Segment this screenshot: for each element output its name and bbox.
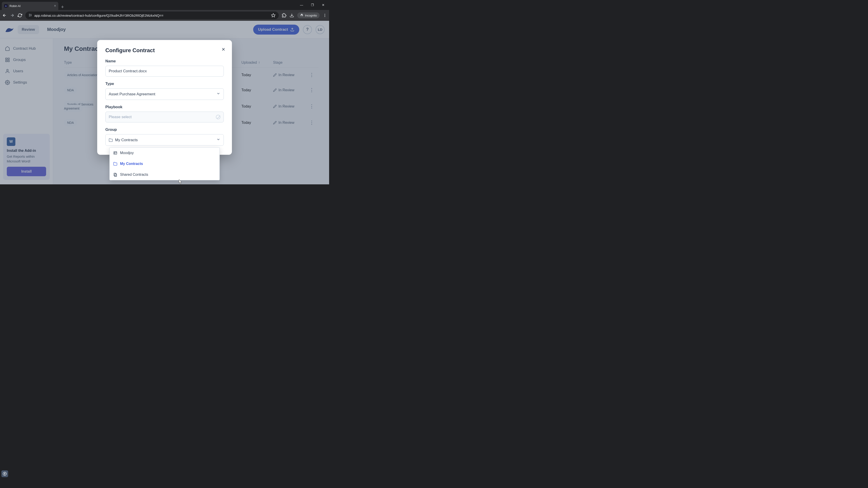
folder-icon xyxy=(113,162,117,166)
group-dropdown: MoodjoyMy ContractsShared Contracts xyxy=(110,147,220,180)
reload-icon[interactable] xyxy=(18,13,22,18)
svg-point-8 xyxy=(324,15,325,16)
disabled-icon xyxy=(216,115,220,119)
group-select[interactable]: My Contracts xyxy=(105,134,224,146)
back-icon[interactable] xyxy=(2,13,7,18)
type-label: Type xyxy=(105,82,224,86)
svg-point-7 xyxy=(324,14,325,14)
url-input[interactable]: app.robinai.co.uk/review/contract-hub/co… xyxy=(25,11,279,19)
svg-point-17 xyxy=(114,152,115,153)
playbook-select: Please select xyxy=(105,111,224,123)
url-text: app.robinai.co.uk/review/contract-hub/co… xyxy=(34,13,163,18)
new-tab-button[interactable]: + xyxy=(58,4,67,10)
browser-menu-icon[interactable] xyxy=(323,13,327,18)
forward-icon[interactable] xyxy=(10,13,14,18)
folder-icon xyxy=(109,138,113,142)
group-option[interactable]: My Contracts xyxy=(110,158,219,169)
svg-point-9 xyxy=(324,16,325,17)
chevron-down-icon xyxy=(216,92,220,97)
modal-title: Configure Contract xyxy=(105,47,224,54)
maximize-icon[interactable]: ❐ xyxy=(309,3,315,7)
site-settings-icon[interactable] xyxy=(29,13,32,18)
svg-point-4 xyxy=(29,15,30,16)
close-window-icon[interactable]: ✕ xyxy=(320,3,327,7)
svg-marker-6 xyxy=(272,13,275,17)
group-label: Group xyxy=(105,127,224,132)
bookmark-star-icon[interactable] xyxy=(271,13,276,18)
incognito-label: Incognito xyxy=(305,14,317,17)
close-icon[interactable]: × xyxy=(222,46,225,53)
playbook-label: Playbook xyxy=(105,105,224,109)
minimize-icon[interactable]: — xyxy=(298,3,305,7)
app-root: Review Moodjoy Upload Contract ? LD Cont… xyxy=(0,21,329,184)
group-option[interactable]: Moodjoy xyxy=(110,148,219,158)
name-label: Name xyxy=(105,59,224,64)
browser-tab-strip: Robin AI × + — ❐ ✕ xyxy=(0,0,329,10)
incognito-icon xyxy=(300,13,304,17)
type-value: Asset Purchase Agreement xyxy=(109,92,155,96)
svg-rect-18 xyxy=(114,173,116,176)
svg-rect-19 xyxy=(115,174,117,176)
chevron-down-icon xyxy=(216,137,220,142)
svg-point-2 xyxy=(31,15,32,15)
group-value: My Contracts xyxy=(115,138,138,142)
downloads-icon[interactable] xyxy=(289,13,294,18)
type-select[interactable]: Asset Purchase Agreement xyxy=(105,88,224,100)
contact-icon xyxy=(113,151,117,155)
tab-close-icon[interactable]: × xyxy=(54,4,56,8)
name-input[interactable] xyxy=(105,66,224,76)
extensions-icon[interactable] xyxy=(282,13,286,18)
tab-title: Robin AI xyxy=(9,4,21,8)
playbook-placeholder: Please select xyxy=(109,115,131,119)
browser-address-bar: app.robinai.co.uk/review/contract-hub/co… xyxy=(0,10,329,21)
shared-icon xyxy=(113,173,117,177)
svg-point-0 xyxy=(29,14,30,14)
browser-tab[interactable]: Robin AI × xyxy=(2,2,58,10)
group-option[interactable]: Shared Contracts xyxy=(110,169,219,180)
tab-favicon xyxy=(4,4,8,8)
window-controls: — ❐ ✕ xyxy=(298,0,329,10)
configure-contract-modal: × Configure Contract Name Type Asset Pur… xyxy=(97,40,232,155)
incognito-badge[interactable]: Incognito xyxy=(297,12,320,18)
